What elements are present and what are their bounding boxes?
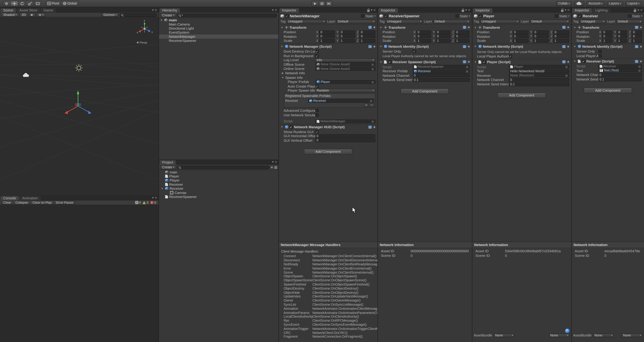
scale-z-field[interactable]: 1	[632, 39, 642, 43]
persp-toggle[interactable]: Persp	[136, 41, 147, 44]
lock-icon[interactable]	[561, 10, 564, 12]
project-item-player[interactable]: Player	[159, 174, 278, 178]
foldout-arrow-icon[interactable]: ▼	[280, 26, 284, 28]
scene-orientation-gizmo[interactable]: y x z	[137, 19, 153, 34]
static-toggle[interactable]: Static▾	[456, 14, 470, 18]
tag-dropdown[interactable]: Untagged▾	[386, 20, 422, 23]
position-x-field[interactable]: 0	[416, 30, 431, 34]
foldout-network-info[interactable]: ▶Network Info	[279, 71, 377, 75]
text-field[interactable]: Hello Networked World!	[509, 70, 569, 73]
cloud-button[interactable]	[574, 1, 584, 6]
gear-icon[interactable]	[467, 45, 470, 48]
gear-icon[interactable]	[467, 60, 470, 63]
scale-y-field[interactable]: 1	[617, 39, 627, 43]
foldout-arrow-icon[interactable]: ▼	[474, 26, 477, 28]
component-header[interactable]: ▼Network Identity (Script)	[472, 44, 571, 49]
scale-tool-button[interactable]	[26, 1, 34, 6]
account-dropdown[interactable]: Account▾	[586, 1, 604, 6]
component-header[interactable]: ▼Transform	[279, 25, 377, 30]
server-only-checkbox[interactable]	[598, 50, 602, 53]
panel-dropdown-icon[interactable]: ▾	[565, 8, 566, 12]
show-runtime-gui-checkbox[interactable]: ✓	[315, 130, 319, 134]
gui-vertical-offset-field[interactable]: 0	[315, 139, 375, 142]
effects-dropdown[interactable]: ▾	[36, 13, 46, 17]
scale-y-field[interactable]: 1	[340, 39, 355, 43]
scene-search-input[interactable]	[120, 13, 157, 17]
project-item-receiver[interactable]: ▼Receiver	[159, 186, 278, 190]
object-picker-icon[interactable]: ◎	[638, 65, 641, 68]
rotation-x-field[interactable]: 0	[319, 34, 335, 38]
collab-dropdown[interactable]: Collab▾	[556, 1, 572, 6]
move-tool-button[interactable]	[11, 1, 18, 6]
local-player-authority-checkbox[interactable]	[598, 54, 602, 58]
hierarchy-item-networkmanager[interactable]: NetworkManager	[159, 34, 278, 38]
static-toggle[interactable]: Static▾	[361, 14, 376, 18]
position-y-field[interactable]: 0	[617, 30, 627, 34]
hierarchy-item-receiverspawner[interactable]: ReceiverSpawner	[159, 39, 278, 43]
lock-icon[interactable]	[634, 10, 636, 12]
panel-dropdown-icon[interactable]: ▾	[272, 8, 274, 12]
active-checkbox[interactable]: ✓	[479, 14, 482, 18]
hierarchy-search-input[interactable]: ▾	[177, 13, 277, 17]
run-in-background-checkbox[interactable]: ✓	[315, 54, 319, 58]
static-checkbox[interactable]	[555, 14, 558, 18]
foldout-arrow-icon[interactable]: ▼	[379, 46, 382, 48]
component-header[interactable]: ▼✓Receiver (Script)	[572, 59, 644, 64]
panel-menu-icon[interactable]: ≡	[468, 8, 470, 12]
add-component-button[interactable]: Add Component	[304, 149, 352, 154]
component-header[interactable]: ▼Network Manager (Script)	[279, 44, 377, 49]
create-button[interactable]: Create▾	[160, 165, 176, 169]
tab-asset-store[interactable]: Asset Store	[16, 8, 40, 13]
help-icon[interactable]	[463, 26, 466, 29]
help-icon[interactable]	[368, 45, 372, 48]
gizmos-dropdown[interactable]: Gizmos▾	[101, 13, 118, 17]
layout-dropdown[interactable]: Layout▾	[626, 1, 642, 6]
static-checkbox[interactable]	[456, 14, 459, 18]
rotation-y-field[interactable]: 0	[617, 34, 627, 38]
project-item-receiver[interactable]: Receiver	[159, 182, 278, 186]
help-icon[interactable]	[562, 26, 565, 29]
rotation-z-field[interactable]: 0	[360, 34, 375, 38]
audio-toggle[interactable]	[29, 13, 36, 17]
help-icon[interactable]	[562, 60, 565, 63]
panel-menu-icon[interactable]: ≡	[155, 196, 157, 200]
project-item-player[interactable]: Player	[159, 178, 278, 182]
panel-dropdown-icon[interactable]: ▾	[152, 196, 154, 200]
layer-dropdown[interactable]: Default▾	[433, 20, 470, 23]
advanced-configuration-checkbox[interactable]	[315, 109, 319, 112]
position-z-field[interactable]: 0	[553, 30, 569, 34]
help-icon[interactable]	[463, 45, 466, 48]
position-z-field[interactable]: 0	[360, 30, 375, 34]
step-button[interactable]	[326, 1, 333, 6]
network-channel-field[interactable]: 0	[509, 78, 569, 82]
gear-icon[interactable]	[566, 26, 570, 29]
active-checkbox[interactable]: ✓	[578, 14, 582, 18]
foldout-arrow-icon[interactable]: ▼	[160, 188, 164, 190]
online-scene-object-field[interactable]: None (Scene Asset)◎	[315, 67, 375, 70]
gear-icon[interactable]	[467, 26, 470, 29]
receiver-object-field[interactable]: None (Receiver)◎	[509, 74, 569, 77]
scale-x-field[interactable]: 1	[513, 39, 528, 43]
help-icon[interactable]	[368, 126, 372, 128]
object-field[interactable]: Receiver◎	[308, 99, 374, 103]
foldout-arrow-icon[interactable]: ▼	[379, 26, 382, 28]
panel-menu-icon[interactable]: ≡	[275, 160, 277, 164]
static-toggle[interactable]: Static▾	[555, 14, 570, 18]
assetbundle-variant-dropdown[interactable]: None▾	[622, 334, 642, 337]
foldout-arrow-icon[interactable]: ▼	[573, 46, 576, 48]
network-send-interval-field[interactable]: 0.1	[413, 78, 470, 82]
project-item-main[interactable]: main	[159, 170, 278, 174]
panel-menu-icon[interactable]: ≡	[568, 8, 570, 12]
foldout-spawn-info[interactable]: ▼Spawn Info	[279, 75, 377, 80]
scale-x-field[interactable]: 1	[602, 39, 612, 43]
component-header[interactable]: ▼✓Network Manager HUD (Script)	[279, 124, 377, 130]
2d-toggle[interactable]: 2D	[20, 13, 28, 17]
object-picker-icon[interactable]: ◎	[466, 70, 468, 72]
lock-icon[interactable]	[367, 10, 370, 12]
component-header[interactable]: ▼✓Player (Script)	[472, 59, 571, 65]
object-picker-icon[interactable]: ◎	[370, 100, 372, 102]
component-header[interactable]: ▼Transform	[572, 25, 644, 30]
script-object-field[interactable]: NetworkManager◎	[315, 120, 375, 123]
project-item-canvas[interactable]: Canvas	[159, 190, 278, 194]
layer-dropdown[interactable]: Default▾	[336, 20, 376, 23]
